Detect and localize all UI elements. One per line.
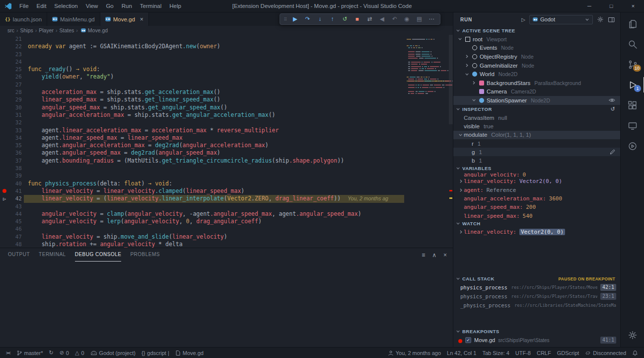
code-line[interactable]: 34 agent.linear_speed_max = linear_speed… xyxy=(0,134,453,142)
eye-icon[interactable] xyxy=(609,98,615,102)
chevron-right-icon[interactable] xyxy=(464,63,470,68)
code-line[interactable]: 45 angular_velocity = lerp(angular_veloc… xyxy=(0,218,453,225)
section-header-breakpoints[interactable]: BREAKPOINTS xyxy=(453,327,620,336)
breadcrumb-item[interactable]: Player xyxy=(39,27,54,33)
inspector-row-g[interactable]: g1 xyxy=(453,148,620,156)
inspector-row-canvasitem[interactable]: CanvasItemnull xyxy=(453,113,620,122)
continue-icon[interactable]: ▶ xyxy=(289,14,301,24)
hot-reload-icon[interactable]: ⇄ xyxy=(363,14,376,24)
code-line[interactable]: 21 xyxy=(0,35,453,43)
code-line[interactable]: 41 linear_velocity = linear_velocity.cla… xyxy=(0,187,453,195)
variable-angular_velocity[interactable]: angular_velocity:0 xyxy=(453,173,620,177)
code-line[interactable]: 46 xyxy=(0,225,453,233)
scene-tree-item-world[interactable]: WorldNode2D xyxy=(453,70,620,79)
breadcrumb-item[interactable]: Ships xyxy=(20,27,33,33)
step-over-icon[interactable]: ↷ xyxy=(301,14,314,24)
activity-extensions[interactable] xyxy=(621,95,644,115)
launch-config-select[interactable]: Godot xyxy=(529,15,593,24)
scene-tree-item-camera[interactable]: CameraCamera2D xyxy=(453,88,620,96)
inspector-row-r[interactable]: r1 xyxy=(453,139,620,148)
maximize-panel-icon[interactable]: ∧ xyxy=(432,252,436,259)
code-line[interactable]: 36 agent.angular_speed_max = deg2rad(ang… xyxy=(0,149,453,157)
menu-file[interactable]: File xyxy=(15,0,33,12)
variable-linear_speed_max[interactable]: linear_speed_max:540 xyxy=(453,212,620,219)
menu-go[interactable]: Go xyxy=(102,0,117,12)
code-line[interactable]: 39 xyxy=(0,172,453,179)
chevron-down-icon[interactable] xyxy=(457,133,464,137)
start-debug-icon[interactable]: ▷ xyxy=(521,17,525,22)
editor-scrollbar[interactable] xyxy=(449,35,453,248)
watch-expression-linear_velocity[interactable]: linear_velocity:Vector2(0, 0) xyxy=(453,228,620,236)
status-godot-project[interactable]: Godot (project) xyxy=(87,348,139,358)
step-into-icon[interactable]: ↓ xyxy=(314,14,326,24)
section-header-inspector[interactable]: INSPECTOR ↺ xyxy=(453,105,620,113)
stack-frame[interactable]: physics_processres://src/Ships/Player/St… xyxy=(453,283,620,292)
more-actions-icon[interactable]: ⋯ xyxy=(426,14,438,24)
variable-angular_speed_max[interactable]: angular_speed_max:200 xyxy=(453,203,620,211)
step-back-icon[interactable]: ↶ xyxy=(388,14,401,24)
status-active-file[interactable]: Move.gd xyxy=(172,348,207,358)
inspector-row-visible[interactable]: visibletrue xyxy=(453,122,620,130)
chevron-right-icon[interactable] xyxy=(458,188,464,192)
scrollbar-slider[interactable] xyxy=(449,35,453,124)
menu-view[interactable]: View xyxy=(82,0,102,12)
chevron-down-icon[interactable] xyxy=(471,98,477,102)
section-header-scene-tree[interactable]: ACTIVE SCENE TREE xyxy=(453,26,620,35)
status-git-branch[interactable]: master* xyxy=(13,348,46,358)
status-godot-lsp[interactable]: Disconnected xyxy=(582,348,629,358)
filter-icon[interactable]: ≡ xyxy=(422,252,425,259)
close-icon[interactable]: × xyxy=(140,16,143,23)
inspector-row-modulate[interactable]: modulateColor(1, 1, 1, 1) xyxy=(453,131,620,139)
chevron-right-icon[interactable] xyxy=(464,54,470,59)
chevron-right-icon[interactable] xyxy=(458,230,464,234)
activity-testing[interactable] xyxy=(621,136,644,156)
chevron-down-icon[interactable] xyxy=(464,72,470,77)
code-line[interactable]: 28 acceleration_max = ship.stats.get_acc… xyxy=(0,89,453,96)
menu-run[interactable]: Run xyxy=(118,0,136,12)
code-line[interactable]: 33 agent.linear_acceleration_max = accel… xyxy=(0,127,453,134)
code-line[interactable]: 37 agent.bounding_radius = (MathUtils.ge… xyxy=(0,157,453,165)
breadcrumb-item[interactable]: Move.gd xyxy=(88,27,108,33)
stack-frame[interactable]: _physics_processres://src/Libraries/Stat… xyxy=(453,301,620,309)
chevron-right-icon[interactable] xyxy=(458,179,464,183)
chevron-down-icon[interactable] xyxy=(457,37,463,41)
breakpoint-item[interactable]: ✓Move.gdsrc\Ships\Player\States41:1 xyxy=(453,336,620,345)
activity-source-control[interactable]: 10 xyxy=(621,54,644,75)
chevron-right-icon[interactable] xyxy=(471,81,477,85)
code-line[interactable]: 22onready var agent := GSAIKinematicBody… xyxy=(0,43,453,50)
tab-move.gd[interactable]: Move.gd× xyxy=(100,12,149,26)
code-line[interactable]: 32 xyxy=(0,119,453,126)
status-errors[interactable]: ⊘0 xyxy=(57,348,72,358)
code-line[interactable]: 44 angular_velocity = clamp(angular_velo… xyxy=(0,210,453,218)
code-line[interactable]: 43 xyxy=(0,203,453,210)
panel-tab-debug-console[interactable]: DEBUG CONSOLE xyxy=(75,248,122,262)
code-line[interactable]: 30 angular_speed_max = ship.stats.get_an… xyxy=(0,104,453,111)
status-git-blame[interactable]: You, 2 months ago xyxy=(385,348,444,358)
tab-launch.json[interactable]: {}launch.json xyxy=(0,12,47,26)
status-language[interactable]: GDScript xyxy=(554,348,582,358)
code-line[interactable]: 38 xyxy=(0,165,453,172)
code-line[interactable]: 26 yield(owner, "ready") xyxy=(0,73,453,81)
debug-console-content[interactable] xyxy=(0,262,453,347)
scene-tree-item-stationspawner[interactable]: StationSpawnerNode2D xyxy=(453,96,620,105)
minimap[interactable] xyxy=(405,36,449,97)
menu-selection[interactable]: Selection xyxy=(50,0,81,12)
code-line[interactable]: 31 angular_acceleration_max = ship.stats… xyxy=(0,111,453,119)
activity-manage[interactable] xyxy=(621,325,644,345)
code-line[interactable]: 29 linear_speed_max = ship.stats.get_lin… xyxy=(0,96,453,103)
code-line[interactable]: 23 xyxy=(0,51,453,58)
code-line[interactable]: 40func physics_process(delta: float) → v… xyxy=(0,180,453,187)
code-line[interactable]: ▷42 linear_velocity = (linear_velocity.l… xyxy=(0,195,453,202)
section-header-variables[interactable]: VARIABLES xyxy=(453,164,620,173)
variable-linear_velocity[interactable]: linear_velocity:Vector2(0, 0) xyxy=(453,177,620,185)
status-cursor-position[interactable]: Ln 42, Col 1 xyxy=(444,348,479,358)
record-icon[interactable]: ◉ xyxy=(401,14,413,24)
stack-frame[interactable]: physics_processres://src/Ships/Player/St… xyxy=(453,292,620,301)
code-line[interactable]: 24 xyxy=(0,58,453,66)
scene-tree-item-objectregistry[interactable]: ObjectRegistryNode xyxy=(453,52,620,61)
reverse-continue-icon[interactable]: ◀ xyxy=(376,14,388,24)
debug-current-line-icon[interactable]: ▷ xyxy=(0,195,9,202)
code-line[interactable]: 25func _ready() → void: xyxy=(0,66,453,73)
code-line[interactable]: 27 xyxy=(0,81,453,89)
maximize-button[interactable]: □ xyxy=(600,0,622,12)
